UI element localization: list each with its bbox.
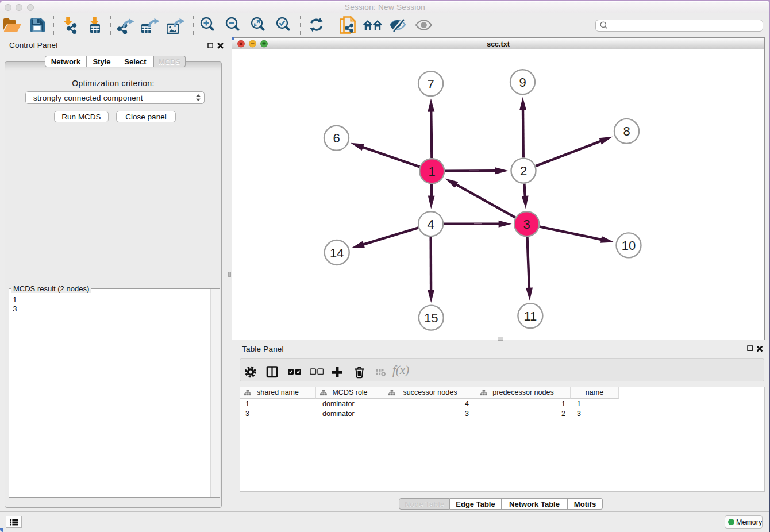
svg-text:2: 2	[520, 164, 527, 178]
svg-text:3: 3	[523, 217, 530, 232]
svg-text:1: 1	[429, 164, 436, 179]
svg-text:4: 4	[427, 217, 434, 232]
svg-text:10: 10	[622, 238, 636, 253]
svg-text:7: 7	[427, 77, 434, 91]
svg-text:11: 11	[523, 309, 537, 323]
svg-text:15: 15	[424, 311, 438, 325]
svg-text:14: 14	[330, 246, 344, 260]
svg-text:9: 9	[519, 75, 526, 90]
svg-text:8: 8	[623, 124, 630, 138]
svg-text:6: 6	[333, 131, 340, 145]
